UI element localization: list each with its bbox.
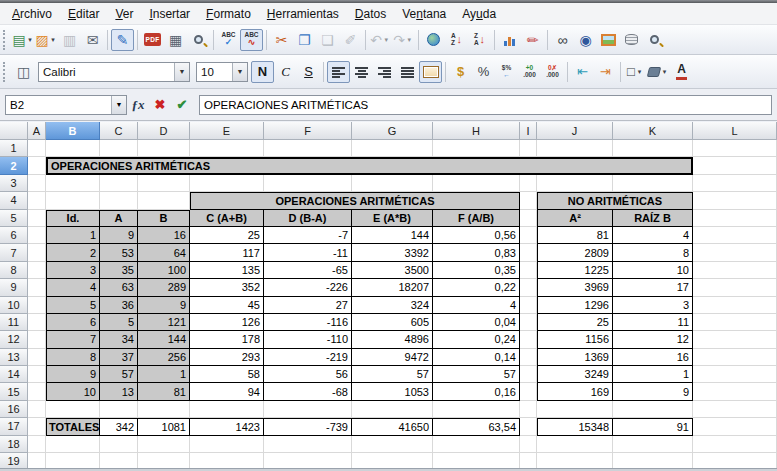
cell-G10[interactable]: 324 [352, 297, 433, 314]
gallery-button[interactable] [597, 29, 620, 51]
cell[interactable] [190, 436, 264, 453]
cell[interactable] [520, 210, 537, 227]
column-header-K[interactable]: K [613, 122, 693, 140]
cell-D15[interactable]: 81 [138, 383, 190, 400]
cell-K11[interactable]: 11 [613, 314, 693, 331]
cell-K10[interactable]: 3 [613, 297, 693, 314]
cell[interactable] [433, 140, 520, 157]
row-header-16[interactable]: 16 [0, 401, 28, 418]
cell-K6[interactable]: 4 [613, 227, 693, 244]
row-header-3[interactable]: 3 [0, 175, 28, 192]
cell-C8[interactable]: 35 [100, 262, 138, 279]
row-header-8[interactable]: 8 [0, 262, 28, 279]
cell-E6[interactable]: 25 [190, 227, 264, 244]
menu-formato[interactable]: Formato [198, 5, 259, 23]
cell-J9[interactable]: 3969 [537, 279, 613, 296]
cell-E14[interactable]: 58 [190, 366, 264, 383]
cell-G11[interactable]: 605 [352, 314, 433, 331]
row-header-2[interactable]: 2 [0, 157, 28, 174]
cell-G14[interactable]: 57 [352, 366, 433, 383]
background-color-button-dropdown[interactable]: ▾ [660, 61, 669, 83]
menu-datos[interactable]: Datos [347, 5, 394, 23]
reject-button[interactable]: ✖ [149, 94, 171, 116]
send-email-button[interactable]: ✉ [81, 29, 104, 51]
cell[interactable] [693, 383, 777, 400]
cell[interactable] [693, 418, 777, 435]
cell-F9[interactable]: -226 [264, 279, 352, 296]
copy-button[interactable]: ❐ [293, 29, 316, 51]
new-document-button-dropdown[interactable]: ▾ [26, 29, 35, 51]
cell-D12[interactable]: 144 [138, 331, 190, 348]
cell-G6[interactable]: 144 [352, 227, 433, 244]
cell[interactable] [613, 175, 693, 192]
cell-E12[interactable]: 178 [190, 331, 264, 348]
cell[interactable] [520, 436, 537, 453]
cell[interactable] [138, 192, 190, 209]
increase-indent-button[interactable]: ⇥ [594, 61, 617, 83]
column-header-I[interactable]: I [520, 122, 537, 140]
cell[interactable] [613, 140, 693, 157]
cell-E7[interactable]: 117 [190, 244, 264, 261]
cell-K8[interactable]: 10 [613, 262, 693, 279]
column-header-F[interactable]: F [264, 122, 352, 140]
cell-G13[interactable]: 9472 [352, 349, 433, 366]
cell-F10[interactable]: 27 [264, 297, 352, 314]
selected-cell-B2[interactable]: OPERACIONES ARITMÉTICAS [46, 157, 693, 174]
cell-B7[interactable]: 2 [46, 244, 100, 261]
cell[interactable] [28, 314, 46, 331]
corner-header[interactable] [0, 122, 28, 140]
cell-reference-box[interactable]: B2 ▼ [5, 95, 127, 115]
cell-F7[interactable]: -11 [264, 244, 352, 261]
cell-E8[interactable]: 135 [190, 262, 264, 279]
open-button[interactable]: ▨▾ [35, 29, 58, 51]
cell-G12[interactable]: 4896 [352, 331, 433, 348]
cell[interactable] [28, 244, 46, 261]
cell-G8[interactable]: 3500 [352, 262, 433, 279]
cell-E13[interactable]: 293 [190, 349, 264, 366]
cell[interactable] [693, 175, 777, 192]
cell[interactable] [520, 366, 537, 383]
cell[interactable] [693, 244, 777, 261]
cell[interactable] [100, 140, 138, 157]
cell[interactable] [520, 401, 537, 418]
cell-G7[interactable]: 3392 [352, 244, 433, 261]
insert-chart-button[interactable] [498, 29, 521, 51]
cell[interactable] [537, 175, 613, 192]
cell[interactable] [138, 401, 190, 418]
row-header-7[interactable]: 7 [0, 244, 28, 261]
cell-J11[interactable]: 25 [537, 314, 613, 331]
cell[interactable] [28, 401, 46, 418]
cell-reference-dropdown[interactable]: ▼ [111, 96, 126, 114]
cell-K9[interactable]: 17 [613, 279, 693, 296]
cell[interactable] [100, 192, 138, 209]
cell[interactable] [28, 436, 46, 453]
cell[interactable] [537, 140, 613, 157]
cell[interactable] [693, 436, 777, 453]
datasources-button[interactable] [620, 29, 643, 51]
cell-B9[interactable]: 4 [46, 279, 100, 296]
cell[interactable] [520, 244, 537, 261]
cell-D11[interactable]: 121 [138, 314, 190, 331]
cell-J8[interactable]: 1225 [537, 262, 613, 279]
toolbar-grip[interactable] [3, 62, 8, 82]
menu-ayuda[interactable]: Ayuda [454, 5, 504, 23]
cell-E15[interactable]: 94 [190, 383, 264, 400]
cell-H8[interactable]: 0,35 [433, 262, 520, 279]
font-size-combobox-dropdown[interactable]: ▼ [232, 63, 247, 81]
cell[interactable] [693, 157, 777, 174]
cell[interactable] [264, 436, 352, 453]
borders-button[interactable]: □▾ [624, 61, 647, 83]
row-header-6[interactable]: 6 [0, 227, 28, 244]
cell-E9[interactable]: 352 [190, 279, 264, 296]
column-header-A[interactable]: A [28, 122, 46, 140]
cell-G9[interactable]: 18207 [352, 279, 433, 296]
cell-B15[interactable]: 10 [46, 383, 100, 400]
cell-C10[interactable]: 36 [100, 297, 138, 314]
cell[interactable] [537, 436, 613, 453]
cell-C13[interactable]: 37 [100, 349, 138, 366]
column-header-G[interactable]: G [352, 122, 433, 140]
formula-input[interactable]: OPERACIONES ARITMÉTICAS [199, 95, 772, 115]
cell-G15[interactable]: 1053 [352, 383, 433, 400]
cell-H7[interactable]: 0,83 [433, 244, 520, 261]
cell[interactable] [28, 157, 46, 174]
